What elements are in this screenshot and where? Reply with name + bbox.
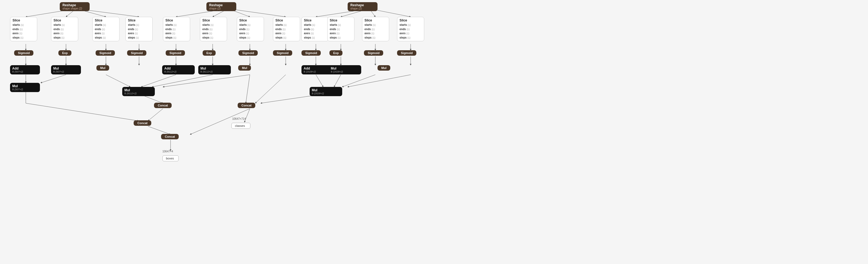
sigmoid-node-9: Sigmoid — [397, 50, 416, 56]
slice-node-2: Slice starts (1) ends (1) axes (1) steps… — [51, 17, 78, 41]
mul-node-1: Mul B (507×2) — [51, 65, 81, 75]
add-node-2: Add B (8112×2) — [162, 65, 195, 75]
reshape-node-2: Reshape shape (2) — [207, 2, 236, 11]
sigmoid-node-7: Sigmoid — [302, 50, 321, 56]
svg-line-7 — [228, 9, 286, 17]
sigmoid-node-1: Sigmoid — [14, 50, 33, 56]
exp-node-1: Exp — [58, 50, 71, 56]
svg-line-45 — [246, 75, 250, 103]
svg-line-43 — [26, 103, 138, 121]
mul-node-small-1: Mul — [96, 65, 109, 70]
boxes-output: boxes — [162, 155, 179, 161]
mul-node-small-2: Mul — [238, 65, 251, 70]
sigmoid-node-8: Sigmoid — [364, 50, 383, 56]
concat-node-4: Concat — [161, 134, 179, 139]
sigmoid-node-3: Sigmoid — [127, 50, 146, 56]
svg-line-39 — [141, 75, 176, 87]
mul-2028: Mul B (2028×2) — [310, 87, 342, 96]
reshape-2-title: Reshape — [209, 3, 223, 7]
svg-line-52 — [148, 109, 163, 121]
reshape-node-1: Reshape shape shape (2) — [60, 2, 90, 11]
classes-output: classes — [231, 123, 250, 129]
concat-node-1: Concat — [154, 102, 172, 108]
reshape-3-title: Reshape — [350, 3, 364, 7]
svg-line-51 — [348, 75, 411, 87]
svg-line-49 — [334, 75, 341, 87]
boxes-edge-label: 10647×4 — [162, 150, 173, 153]
classes-edge-label: 10647×714 — [232, 117, 246, 120]
reshape-2-attr: shape (2) — [209, 7, 220, 10]
sigmoid-node-4: Sigmoid — [166, 50, 185, 56]
slice-node-5: Slice starts (1) ends (1) axes (1) steps… — [163, 17, 190, 41]
slice-node-8: Slice starts (1) ends (1) axes (1) steps… — [273, 17, 300, 41]
svg-line-54 — [148, 126, 170, 135]
slice-node-4: Slice starts (1) ends (1) axes (1) steps… — [125, 17, 153, 41]
mul-node-small-3: Mul — [377, 65, 390, 70]
reshape-3-attr: shape (2) — [350, 7, 362, 10]
slice-node-6: Slice starts (1) ends (1) axes (1) steps… — [200, 17, 227, 41]
svg-line-40 — [152, 75, 213, 87]
reshape-1-title: Reshape — [62, 3, 76, 7]
slice-node-9: Slice starts (1) ends (1) axes (1) steps… — [302, 17, 329, 41]
slice-node-12: Slice starts (1) ends (1) axes (1) steps… — [397, 17, 424, 41]
add-node-1: Add B (507×2) — [10, 65, 40, 75]
sigmoid-node-5: Sigmoid — [239, 50, 258, 56]
slice-node-3: Slice starts (1) ends (1) axes (1) steps… — [92, 17, 120, 41]
slice-node-10: Slice starts (1) ends (1) axes (1) steps… — [327, 17, 354, 41]
mul-node-3: Mul B (2028×2) — [329, 65, 361, 75]
exp-node-3: Exp — [330, 50, 342, 56]
svg-line-41 — [163, 75, 250, 87]
mul-8112: Mul B (8112×2) — [122, 87, 155, 96]
svg-line-38 — [106, 75, 130, 87]
exp-node-2: Exp — [203, 50, 216, 56]
reshape-node-3: Reshape shape (2) — [348, 2, 377, 11]
mul-507: Mul B (507×2) — [10, 83, 40, 92]
concat-node-3: Concat — [134, 120, 151, 126]
svg-line-55 — [190, 109, 250, 135]
svg-line-48 — [316, 75, 323, 87]
reshape-1-attr: shape shape (2) — [62, 7, 82, 10]
svg-line-37 — [41, 75, 66, 83]
sigmoid-node-6: Sigmoid — [273, 50, 292, 56]
sigmoid-node-2: Sigmoid — [96, 50, 115, 56]
slice-node-7: Slice starts (1) ends (1) axes (1) steps… — [237, 17, 264, 41]
diagram-canvas: Reshape shape shape (2) Reshape shape (2… — [0, 0, 868, 264]
concat-node-2: Concat — [238, 102, 255, 108]
slice-node-1: Slice starts (1) ends (1) axes (1) steps… — [10, 17, 37, 41]
svg-line-46 — [255, 75, 286, 103]
mul-node-2: Mul B (8112×2) — [198, 65, 231, 75]
slice-node-11: Slice starts (1) ends (1) axes (1) steps… — [362, 17, 389, 41]
svg-line-50 — [342, 75, 375, 87]
